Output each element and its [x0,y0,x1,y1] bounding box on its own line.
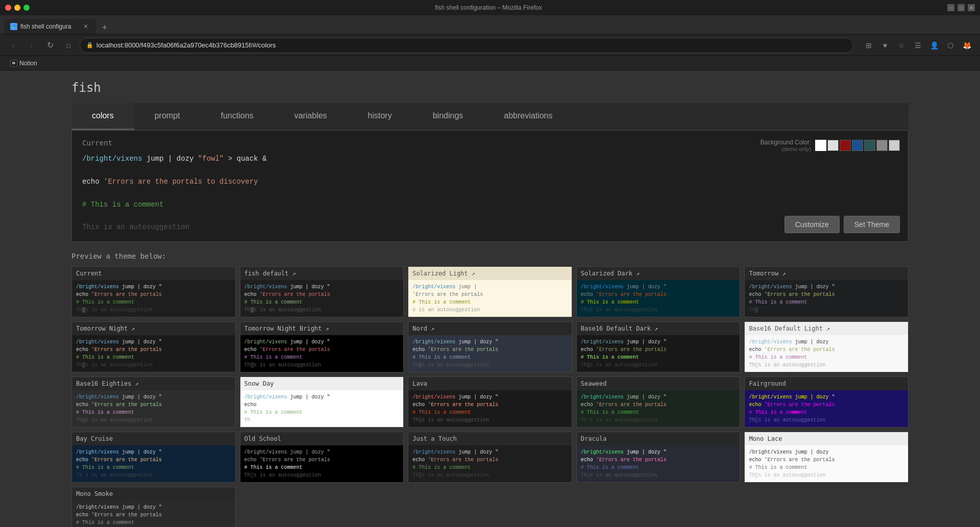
forward-btn[interactable]: › [24,38,39,53]
theme-preview-fish-default: /bright/vixens jump | dozy " echo 'Error… [240,280,404,317]
tab-close-btn[interactable]: ✕ [82,22,90,31]
theme-preview-tnb: /bright/vixens jump | dozy " echo 'Error… [240,335,404,372]
current-preview: Current Background Color: (demo only) /b… [71,130,909,242]
bookmark-notion[interactable]: N Notion [6,59,41,68]
maximize-window-btn[interactable] [23,5,30,11]
url-bar[interactable]: 🔒 localhost:8000/f493c5fa06f6a2a970ec4b3… [80,38,853,53]
code-line-3: # This is a comment [82,199,898,210]
pocket-btn[interactable]: ♥ [878,38,892,53]
theme-name-solarized-dark: Solarized Dark ↗ [577,267,740,280]
theme-name-mono-smoke: Mono Smoke [72,487,235,500]
theme-card-tomorrow[interactable]: Tomorrow ↗ /bright/vixens jump | dozy " … [744,266,909,317]
bg-swatches [815,140,900,151]
notion-favicon: N [10,60,17,67]
theme-preview-tomorrow-night: /bright/vixens jump | dozy " echo 'Error… [72,335,235,372]
tab-variables[interactable]: variables [274,103,348,130]
theme-name-just-a-touch: Just a Touch [408,432,572,445]
preview-label: Preview a theme below: [71,252,909,260]
theme-card-base16-dark[interactable]: Base16 Default Dark ↗ /bright/vixens jum… [576,321,741,372]
bg-swatch-white[interactable] [815,140,826,151]
theme-preview-solarized-dark: /bright/vixens jump | dozy " echo 'Error… [577,280,740,317]
bg-swatch-silver[interactable] [889,140,900,151]
theme-card-old-school[interactable]: Old School /bright/vixens jump | dozy " … [240,432,404,483]
theme-preview-just-a-touch: /bright/vixens jump | dozy " echo 'Error… [408,445,572,482]
bg-swatch-red[interactable] [840,140,851,151]
traffic-lights [5,5,30,11]
theme-preview-dracula: /bright/vixens jump | dozy " echo 'Error… [577,445,740,482]
theme-preview-lava: /bright/vixens jump | dozy " echo 'Error… [408,390,572,427]
restore-btn[interactable]: □ [958,4,965,11]
bg-swatch-gray[interactable] [876,140,888,151]
tab-history[interactable]: history [348,103,412,130]
theme-preview-fairground: /bright/vixens jump | dozy " echo 'Error… [745,390,908,427]
minimize-window-btn[interactable] [14,5,20,11]
theme-name-nord: Nord ↗ [408,322,572,335]
container-btn[interactable]: ⬡ [943,38,958,53]
tab-bindings[interactable]: bindings [412,103,484,130]
theme-card-solarized-dark[interactable]: Solarized Dark ↗ /bright/vixens jump | d… [576,266,741,317]
theme-card-bay-cruise[interactable]: Bay Cruise /bright/vixens jump | dozy " … [71,432,236,483]
theme-card-base16-light[interactable]: Base16 Default Light ↗ /bright/vixens ju… [744,321,909,372]
menu-btn[interactable]: ☰ [911,38,925,53]
back-btn[interactable]: ‹ [6,38,20,53]
theme-preview-base16-dark: /bright/vixens jump | dozy " echo 'Error… [577,335,740,372]
customize-button[interactable]: Customize [785,216,840,233]
bookmark-btn[interactable]: ☆ [894,38,909,53]
theme-card-tomorrow-night[interactable]: Tomorrow Night ↗ /bright/vixens jump | d… [71,321,236,372]
set-theme-button[interactable]: Set Theme [844,216,900,233]
theme-card-seaweed[interactable]: Seaweed /bright/vixens jump | dozy " ech… [576,377,741,428]
theme-card-lava[interactable]: Lava /bright/vixens jump | dozy " echo '… [408,377,572,428]
theme-card-fish-default[interactable]: fish default ↗ /bright/vixens jump | doz… [240,266,404,317]
tab-prompt[interactable]: prompt [134,103,201,130]
tab-functions[interactable]: functions [200,103,274,130]
theme-card-solarized-light[interactable]: Solarized Light ↗ /bright/vixens jump | … [408,266,572,317]
theme-name-base16-light: Base16 Default Light ↗ [745,322,908,335]
tab-bar: 🐟 fish shell configura ✕ + [0,15,980,35]
theme-card-current[interactable]: Current /bright/vixens jump | dozy " ech… [71,266,236,317]
browser-tab-active[interactable]: 🐟 fish shell configura ✕ [4,19,96,34]
theme-preview-tomorrow: /bright/vixens jump | dozy " echo 'Error… [745,280,908,317]
theme-card-fairground[interactable]: Fairground /bright/vixens jump | dozy " … [744,377,909,428]
extensions-btn[interactable]: ⊞ [862,38,876,53]
theme-card-nord[interactable]: Nord ↗ /bright/vixens jump | dozy " echo… [408,321,572,372]
reload-btn[interactable]: ↻ [43,38,57,53]
theme-card-dracula[interactable]: Dracula /bright/vixens jump | dozy " ech… [576,432,741,483]
bg-color-section: Background Color: (demo only) [761,139,900,152]
theme-grid: Current /bright/vixens jump | dozy " ech… [71,266,909,527]
nav-icons: ⊞ ♥ ☆ ☰ 👤 ⬡ 🦊 [862,38,974,53]
theme-name-mono-lace: Mono Lace [745,432,908,445]
addon-btn[interactable]: 🦊 [960,38,974,53]
theme-preview-bay-cruise: /bright/vixens jump | dozy " echo 'Error… [72,445,235,482]
theme-name-snow-day: Snow Day [240,377,404,390]
action-buttons: Customize Set Theme [785,216,900,233]
theme-card-mono-smoke[interactable]: Mono Smoke /bright/vixens jump | dozy " … [71,487,236,527]
nav-bar: ‹ › ↻ ⌂ 🔒 localhost:8000/f493c5fa06f6a2a… [0,35,980,56]
code-line-4: This is an autosuggestion [82,221,898,233]
theme-name-base16-dark: Base16 Default Dark ↗ [577,322,740,335]
close-window-btn[interactable] [5,5,11,11]
theme-preview-current: /bright/vixens jump | dozy " echo 'Error… [72,280,235,317]
theme-preview-solarized-light: /bright/vixens jump | 'Errors are the po… [408,280,572,317]
code-preview: /bright/vixens jump | dozy "fowl" > quac… [82,153,898,233]
theme-card-mono-lace[interactable]: Mono Lace /bright/vixens jump | dozy ech… [744,432,909,483]
profile-btn[interactable]: 👤 [927,38,941,53]
theme-name-dracula: Dracula [577,432,740,445]
home-btn[interactable]: ⌂ [61,38,76,53]
theme-name-tnb: Tomorrow Night Bright ↗ [240,322,404,335]
tab-favicon: 🐟 [10,23,17,30]
theme-name-tomorrow: Tomorrow ↗ [745,267,908,280]
theme-preview-mono-smoke: /bright/vixens jump | dozy " echo 'Error… [72,500,235,527]
theme-card-base16-eighties[interactable]: Base16 Eighties ↗ /bright/vixens jump | … [71,377,236,428]
close-btn[interactable]: ✕ [968,4,975,11]
theme-card-tnb[interactable]: Tomorrow Night Bright ↗ /bright/vixens j… [240,321,404,372]
bg-swatch-blue[interactable] [852,140,863,151]
new-tab-btn[interactable]: + [98,21,111,34]
bg-swatch-lightgray[interactable] [827,140,839,151]
tab-abbreviations[interactable]: abbreviations [483,103,573,130]
theme-card-snow-day[interactable]: Snow Day /bright/vixens jump | dozy " ec… [240,377,404,428]
bookmarks-bar: N Notion [0,56,980,70]
tab-colors[interactable]: colors [71,103,134,130]
theme-card-just-a-touch[interactable]: Just a Touch /bright/vixens jump | dozy … [408,432,572,483]
minimize-btn[interactable]: ─ [947,4,954,11]
bg-swatch-teal[interactable] [864,140,875,151]
